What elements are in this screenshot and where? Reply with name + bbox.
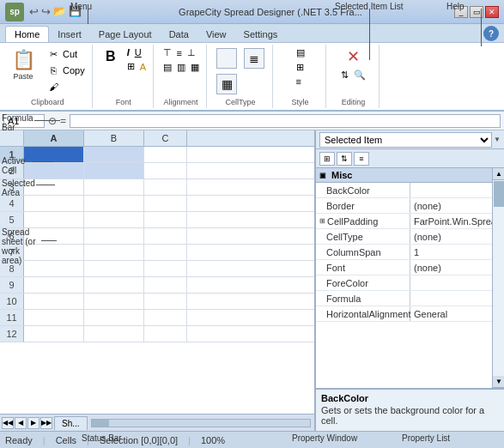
celltype-button3[interactable]: ▦	[214, 72, 240, 96]
style-button3[interactable]: ≡	[295, 76, 307, 88]
cell-c10[interactable]	[144, 294, 187, 309]
save-icon[interactable]: 💾	[69, 5, 82, 18]
sort-button[interactable]: ⇅	[339, 69, 350, 82]
cell-a7[interactable]	[24, 245, 84, 260]
cell-c2[interactable]	[144, 163, 187, 179]
prop-name-columnspan[interactable]: ColumnSpan	[316, 245, 410, 259]
celltype-button2[interactable]: ≣	[241, 46, 267, 70]
sheet-nav-next[interactable]: ▶	[27, 417, 39, 429]
cell-c11[interactable]	[144, 310, 187, 325]
cell-a5[interactable]	[24, 212, 84, 227]
panel-tool-btn-3[interactable]: ≡	[354, 152, 369, 166]
prop-name-backcolor[interactable]: BackColor	[316, 183, 410, 197]
align-left-button[interactable]: ▤	[161, 61, 173, 74]
property-scrollbar[interactable]: ▲ ▼	[492, 168, 504, 388]
italic-button[interactable]: I	[125, 46, 131, 58]
bold-button[interactable]: B	[100, 46, 122, 67]
cell-a6[interactable]	[24, 228, 84, 244]
style-button1[interactable]: ▤	[295, 46, 307, 59]
col-header-b[interactable]: B	[84, 130, 144, 146]
tab-view[interactable]: View	[197, 27, 235, 42]
cell-c3[interactable]	[144, 179, 187, 195]
sheet-nav-last[interactable]: ▶▶	[40, 417, 52, 429]
underline-button[interactable]: U	[133, 46, 143, 58]
cell-b10[interactable]	[84, 294, 144, 309]
cell-b5[interactable]	[84, 212, 144, 227]
find-button[interactable]: 🔍	[352, 69, 367, 82]
restore-button[interactable]: ▭	[470, 6, 483, 18]
cell-a1[interactable]	[24, 147, 84, 162]
cell-c8[interactable]	[144, 261, 187, 276]
cell-ref-input[interactable]	[3, 114, 45, 128]
cut-button[interactable]: ✂ Cut	[45, 46, 87, 62]
cell-a10[interactable]	[24, 294, 84, 309]
cell-c9[interactable]	[144, 277, 187, 293]
tab-data[interactable]: Data	[161, 27, 197, 42]
redo-icon[interactable]: ↪	[41, 5, 51, 18]
panel-tool-btn-2[interactable]: ⇅	[337, 152, 352, 166]
align-middle-button[interactable]: ≡	[175, 46, 184, 59]
prop-name-horizontalalignment[interactable]: HorizontalAlignment	[316, 306, 410, 321]
sheet-tab[interactable]: Sh...	[54, 416, 88, 430]
prop-name-font[interactable]: Font	[316, 260, 410, 275]
col-header-c[interactable]: C	[144, 130, 187, 146]
tab-insert[interactable]: Insert	[49, 27, 90, 42]
tab-home[interactable]: Home	[5, 26, 49, 42]
help-button[interactable]: ?	[483, 26, 499, 41]
cell-b3[interactable]	[84, 179, 144, 195]
scroll-up-button[interactable]: ▲	[493, 168, 504, 180]
open-icon[interactable]: 📂	[53, 5, 66, 18]
cell-b6[interactable]	[84, 228, 144, 244]
format-painter-button[interactable]: 🖌	[45, 79, 87, 94]
cell-a8[interactable]	[24, 261, 84, 276]
style-button2[interactable]: ⊞	[295, 61, 307, 74]
prop-name-forecolor[interactable]: ForeColor	[316, 275, 410, 290]
cell-a3[interactable]	[24, 179, 84, 195]
cell-b8[interactable]	[84, 261, 144, 276]
prop-name-celltype[interactable]: CellType	[316, 229, 410, 244]
align-top-button[interactable]: ⊤	[161, 46, 173, 59]
scroll-down-button[interactable]: ▼	[493, 376, 504, 388]
cell-c4[interactable]	[144, 196, 187, 211]
selected-item-select[interactable]: Selected Item	[319, 132, 492, 148]
undo-icon[interactable]: ↩	[29, 5, 39, 18]
copy-button[interactable]: ⎘ Copy	[45, 63, 87, 78]
cell-c1[interactable]	[144, 147, 187, 162]
cell-b9[interactable]	[84, 277, 144, 293]
cell-a11[interactable]	[24, 310, 84, 325]
cell-b1[interactable]	[84, 147, 144, 162]
cell-c12[interactable]	[144, 326, 187, 342]
formula-input[interactable]	[70, 114, 501, 128]
cell-a4[interactable]	[24, 196, 84, 211]
fill-color-button[interactable]: A	[138, 60, 148, 73]
cell-c5[interactable]	[144, 212, 187, 227]
col-header-a[interactable]: A	[24, 130, 84, 146]
cell-b7[interactable]	[84, 245, 144, 260]
cell-b4[interactable]	[84, 196, 144, 211]
tab-page-layout[interactable]: Page Layout	[90, 27, 161, 42]
sheet-scrollbar[interactable]	[91, 419, 311, 427]
paste-button[interactable]: 📋 Paste	[9, 46, 38, 82]
panel-tool-btn-1[interactable]: ⊞	[319, 152, 335, 166]
cell-b12[interactable]	[84, 326, 144, 342]
minimize-button[interactable]: _	[454, 6, 468, 18]
cell-a12[interactable]	[24, 326, 84, 342]
cell-a9[interactable]	[24, 277, 84, 293]
prop-name-formula[interactable]: Formula	[316, 291, 410, 306]
delete-button[interactable]: ✕	[339, 46, 367, 67]
align-bottom-button[interactable]: ⊥	[185, 46, 197, 59]
cell-a2[interactable]	[24, 163, 84, 179]
prop-name-border[interactable]: Border	[316, 198, 410, 213]
close-button[interactable]: ✕	[485, 6, 499, 18]
cell-b2[interactable]	[84, 163, 144, 179]
cell-c7[interactable]	[144, 245, 187, 260]
border-button[interactable]: ⊞	[125, 60, 137, 73]
align-right-button[interactable]: ▦	[189, 61, 201, 74]
cell-b11[interactable]	[84, 310, 144, 325]
tab-settings[interactable]: Settings	[235, 27, 287, 42]
celltype-general-button[interactable]	[214, 46, 240, 70]
prop-name-cellpadding[interactable]: ⊞ CellPadding	[316, 214, 410, 228]
align-center-button[interactable]: ▥	[175, 61, 187, 74]
sheet-nav-prev[interactable]: ◀	[15, 417, 27, 429]
prop-section-misc[interactable]: ▣ Misc	[316, 168, 492, 183]
